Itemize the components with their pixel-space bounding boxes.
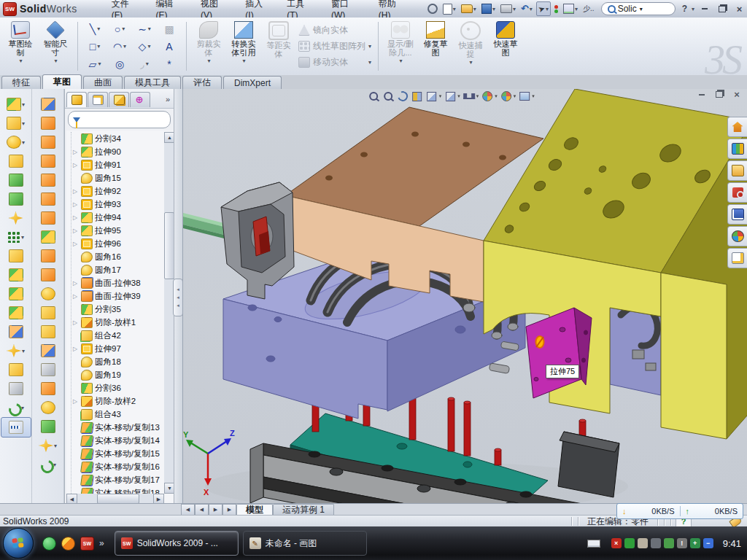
intersect-button[interactable] [1,284,31,303]
sketch-spline-button[interactable]: ∼▾ [132,20,157,38]
scroll-right-icon[interactable]: ▶ [153,494,164,503]
base-end-block[interactable] [558,432,619,497]
sketch-trim-box-button[interactable]: ▩ [157,20,182,38]
panel-more-button[interactable]: » [163,95,172,104]
expander-icon[interactable]: ▷ [71,201,79,208]
tab-DimXpert[interactable]: DimXpert [223,76,282,89]
extruded-boss-button[interactable]: ▾ [1,95,31,114]
shield-plus-icon[interactable]: + [690,538,700,548]
search-dropdown-icon[interactable]: ▾ [640,6,643,12]
tab-曲面[interactable]: 曲面 [83,76,123,89]
search-input[interactable]: Solic ▾ [601,2,676,15]
tree-filter-input[interactable] [68,111,171,128]
model-tab-nav-0[interactable]: ◀ [181,504,195,516]
solidworks-search-button[interactable] [727,182,747,203]
configuration-manager-tab[interactable] [109,92,129,107]
tree-item[interactable]: 组合43 [71,408,164,421]
graphics-viewport[interactable]: ▾▾▾▾▾▾ × [183,89,747,503]
expander-icon[interactable]: ▷ [71,398,79,405]
tree-item[interactable]: 实体-移动/复制16 [71,460,164,473]
print-button[interactable]: ▾ [499,2,517,15]
selection-filter-button[interactable]: 少.. [581,2,596,15]
aliwangwang-icon[interactable] [61,537,75,551]
expander-icon[interactable]: ▷ [71,228,79,234]
scroll-up-icon[interactable]: ▲ [164,132,174,143]
tree-item[interactable]: 实体-移动/复制18 [71,486,164,494]
save-button[interactable]: ▾ [480,2,497,15]
tree-item[interactable]: 组合42 [71,329,164,342]
expander-icon[interactable]: ▷ [71,241,79,247]
model-tab-模型[interactable]: 模型 [236,504,273,516]
thicken-button[interactable] [34,246,63,265]
shield-boost-icon[interactable] [624,538,635,548]
expander-icon[interactable]: ▷ [71,280,79,287]
move-entities-button[interactable]: 移动实体▾ [296,55,374,70]
view-settings-button[interactable]: ▾ [519,90,535,102]
tree-item[interactable]: 圆角17 [71,263,164,276]
sketch-text-button[interactable]: A [157,38,182,55]
hole-wizard-button[interactable] [1,209,31,228]
expander-icon[interactable]: ▷ [71,162,79,168]
sketch-line-button[interactable]: ╲▾ [82,20,107,38]
expander-icon[interactable]: ▷ [71,214,79,221]
tree-item[interactable]: ▷拉伸94 [71,211,164,224]
shape-button[interactable] [34,398,63,417]
delete-body-button[interactable]: ▾ [1,341,31,360]
sketch-draw-button[interactable]: 草图绘 制▾ [3,19,38,74]
tree-item[interactable]: ▷拉伸93 [71,198,164,211]
zoom-area-button[interactable] [382,90,394,102]
rib-button[interactable] [1,246,31,265]
tree-item[interactable]: ▷切除-放样2 [71,394,164,408]
view-orientation-button[interactable]: ▾ [444,90,460,102]
cylinder-button[interactable] [34,417,63,436]
delete-face-button[interactable] [34,284,63,303]
deform-button[interactable]: ▾ [34,436,63,455]
sweep-surface-button[interactable] [34,133,63,152]
extruded-cut-button[interactable]: ▾ [1,114,31,133]
help-dropdown-icon[interactable]: ▾ [692,6,694,12]
sketch-sketch-fillet-button[interactable]: ◞▾ [132,55,157,73]
flex-button[interactable] [34,95,63,114]
help-button[interactable]: ? [681,2,689,15]
tree-item[interactable]: ▷拉伸95 [71,224,164,237]
expander-icon[interactable]: ▷ [71,319,79,326]
trim-entities-button[interactable]: 剪裁实 体▾ [191,19,226,74]
tree-item[interactable]: ▷拉伸96 [71,237,164,250]
network-speed-widget[interactable]: ↓0KB/S ↑0KB/S [616,503,743,519]
spiral-button[interactable]: ▾ [34,455,63,474]
tab-特征[interactable]: 特征 [1,76,41,89]
network-warning-icon[interactable]: ! [677,538,687,548]
model-tab-nav-2[interactable]: ▶ [209,504,222,516]
tab-草图[interactable]: 草图 [42,74,82,89]
start-button[interactable] [3,528,34,559]
rebuild-button[interactable] [553,2,560,15]
tree-item[interactable]: ▷拉伸92 [71,184,164,198]
model-tab-nav-1[interactable]: ◀ [195,504,209,516]
select-button[interactable]: ➤▾ [536,1,551,16]
tree-item[interactable]: 圆角15 [71,171,164,184]
app-restore-button[interactable] [714,4,729,15]
shell-button[interactable] [1,171,31,190]
sync-icon[interactable] [664,538,674,548]
quick-launch-chevron[interactable]: » [99,538,104,548]
combine-bodies-button[interactable] [1,265,31,284]
language-keyboard-icon[interactable] [587,540,600,548]
edit-appearance-button[interactable]: ▾ [481,90,498,102]
sketch-arc-button[interactable]: ◠▾ [107,38,132,55]
smart-dimension-button[interactable]: 智能尺 寸▾ [38,19,73,74]
rotate-view-button[interactable] [397,90,409,102]
fillet-button[interactable]: ▾ [1,133,31,152]
linear-sketch-pattern-button[interactable]: 线性草图阵列▾ [296,39,374,54]
move-face-button[interactable] [34,341,63,360]
planar-surface-button[interactable] [34,209,63,228]
taskbar-button-1[interactable]: ✎未命名 - 画图 [243,531,367,556]
pin-toolbar-button[interactable] [426,2,439,15]
quick-snaps-button[interactable]: 快速捕 捉▾ [453,19,488,74]
repair-sketch-button[interactable]: 修复草 图 [418,19,453,74]
replace-face-button[interactable] [34,303,63,322]
scroll-left-icon[interactable]: ◀ [66,494,77,503]
move-copy-body-button[interactable] [1,322,31,341]
taskbar-button-0[interactable]: SWSolidWorks 2009 - ... [115,531,239,556]
design-library-button[interactable] [727,139,747,159]
expander-icon[interactable]: ▷ [71,293,79,300]
